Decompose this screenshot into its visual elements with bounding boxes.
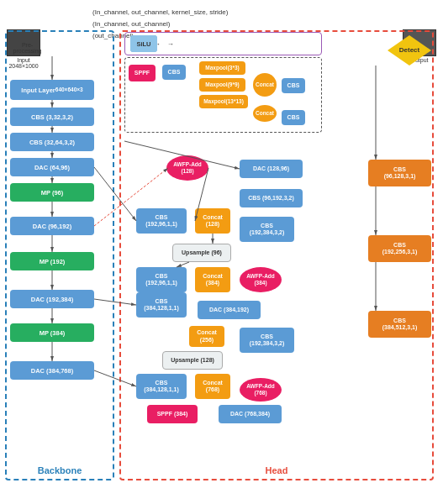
sppf-cbs2: CBS [282,78,305,93]
dac2-node: DAC (96,192) [10,217,94,235]
awfp1-node: AWFP-Add(128) [166,155,208,181]
cbs-384-128-1: CBS(384,128,1,1) [136,292,187,318]
concat-384-node: Concat(384) [195,267,230,292]
cbs-96-192: CBS (96,192,3,2) [240,189,303,207]
maxpool2: Maxpool(9*9) [199,78,245,92]
sppf-box: SPPF CBS Maxpool(3*3) Maxpool(9*9) Maxpo… [124,57,322,133]
sppf-cbs3: CBS [282,110,305,125]
maxpool3: Maxpool(13*13) [199,95,248,108]
cbs-r2-node: CBS(192,256,3,1) [368,235,431,262]
input-layer-node: Input Layer640×640×3 [10,80,94,100]
concat-128-node: Concat(128) [195,208,230,234]
mp1-node: MP (96) [10,183,94,202]
sppf-label-node: SPPF [129,65,156,81]
cbs-384-128-2: CBS(384,128,1,1) [136,374,187,399]
arrow3: → [167,40,174,48]
head-label: Head [266,465,288,475]
sppf-384-node: SPPF (384) [147,405,198,423]
upsample-96-node: Upsample (96) [172,244,231,262]
cbs1-node: CBS (3,32,3,2) [10,108,94,126]
cbs-equation-box: CBS = → Conv → BN → SiLU [124,32,322,55]
cbs-192-96-2: CBS(192,96,1,1) [136,267,187,292]
upsample-128-node: Upsample (128) [162,351,223,370]
dac1-node: DAC (64,96) [10,158,94,176]
concat-768-node: Concat(768) [195,374,230,399]
cbs-192-96-1: CBS(192,96,1,1) [136,208,187,234]
mp3-node: MP (384) [10,323,94,342]
mp2-node: MP (192) [10,252,94,270]
sppf-concat: Concat [253,73,277,97]
maxpool1: Maxpool(3*3) [199,61,245,75]
dac-768-384: DAC (768,384) [219,405,282,423]
dac-m1-node: DAC (128,96) [240,160,303,178]
cbs2-node: CBS (32,64,3,2) [10,133,94,151]
cbs-192-384: CBS(192,384,3,2) [240,328,294,353]
dac-256-192: DAC (384,192) [198,301,261,319]
sppf-cbs1: CBS [162,65,186,80]
concat-256-node: Concat(256) [189,326,224,347]
dac3-node: DAC (192,384) [10,290,94,308]
sppf-concat2: Concat [253,105,277,122]
awfp2-node: AWFP-Add(384) [240,267,282,292]
legend-line2: (In_channel, out_channel) [92,18,228,30]
awfp3-node: AWFP-Add(768) [240,378,282,402]
backbone-label: Backbone [38,465,82,475]
cbs-r3-node: CBS(384,512,3,1) [368,311,431,338]
silu-node: SiLU [130,35,157,52]
cbs-192-384-top: CBS(192,384,3,2) [240,217,294,242]
legend-line1: (In_channel, out_channel, kernel_size, s… [92,7,228,18]
cbs-r1-node: CBS(96,128,3,1) [368,160,431,186]
dac4-node: DAC (384,768) [10,361,94,380]
diagram-container: (In_channel, out_channel, kernel_size, s… [0,0,443,504]
